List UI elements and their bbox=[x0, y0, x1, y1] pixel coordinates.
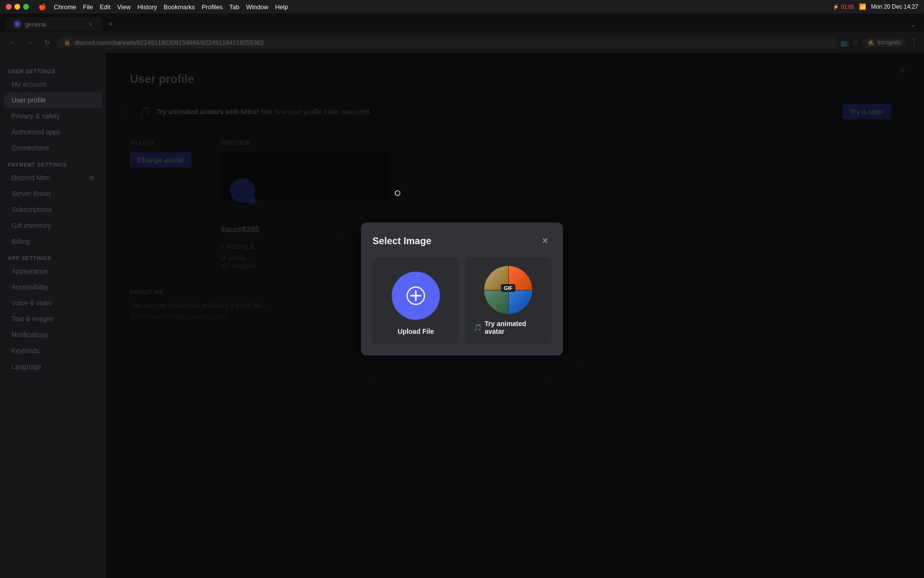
animated-avatar-option[interactable]: GIF 🎵 Try animated avatar bbox=[465, 257, 552, 344]
mac-menubar: 🍎 Chrome File Edit View History Bookmark… bbox=[0, 0, 924, 13]
battery-status: ⚡ 01:05 bbox=[833, 4, 854, 10]
upload-icon bbox=[406, 286, 425, 305]
upload-icon-circle bbox=[392, 272, 440, 320]
modal-title: Select Image bbox=[372, 236, 431, 247]
animated-preview: GIF bbox=[484, 266, 532, 314]
menu-bookmarks[interactable]: Bookmarks bbox=[164, 3, 195, 11]
preview-cell-4 bbox=[509, 290, 533, 315]
maximize-window-btn[interactable] bbox=[23, 4, 29, 10]
menu-window[interactable]: Window bbox=[246, 3, 268, 11]
wifi-icon: 📶 bbox=[859, 3, 866, 10]
minimize-window-btn[interactable] bbox=[14, 4, 20, 10]
menu-edit[interactable]: Edit bbox=[100, 3, 110, 11]
menu-profiles[interactable]: Profiles bbox=[202, 3, 222, 11]
menu-history[interactable]: History bbox=[138, 3, 157, 11]
menu-file[interactable]: File bbox=[83, 3, 93, 11]
modal-close-btn[interactable]: ✕ bbox=[538, 234, 552, 248]
menu-tab[interactable]: Tab bbox=[229, 3, 239, 11]
mac-status-bar: ⚡ 01:05 📶 Mon 20 Dec 14:27 bbox=[833, 3, 918, 10]
preview-cell-3 bbox=[484, 290, 508, 315]
menu-view[interactable]: View bbox=[117, 3, 131, 11]
traffic-lights[interactable] bbox=[6, 4, 29, 10]
modal-options: Upload File GIF 🎵 Try animated avatar bbox=[372, 257, 552, 344]
upload-file-option[interactable]: Upload File bbox=[372, 257, 459, 344]
clock: Mon 20 Dec 14:27 bbox=[871, 3, 918, 10]
modal-header: Select Image ✕ bbox=[372, 234, 552, 248]
select-image-modal: Select Image ✕ Upload File bbox=[361, 223, 563, 355]
menu-chrome[interactable]: Chrome bbox=[54, 3, 76, 11]
menu-help[interactable]: Help bbox=[275, 3, 288, 11]
nitro-star-icon: 🎵 bbox=[474, 324, 482, 331]
upload-file-label: Upload File bbox=[398, 328, 434, 335]
close-window-btn[interactable] bbox=[6, 4, 12, 10]
apple-menu[interactable]: 🍎 bbox=[38, 3, 46, 11]
gif-badge: GIF bbox=[501, 284, 515, 292]
animated-avatar-label: 🎵 Try animated avatar bbox=[474, 320, 543, 335]
